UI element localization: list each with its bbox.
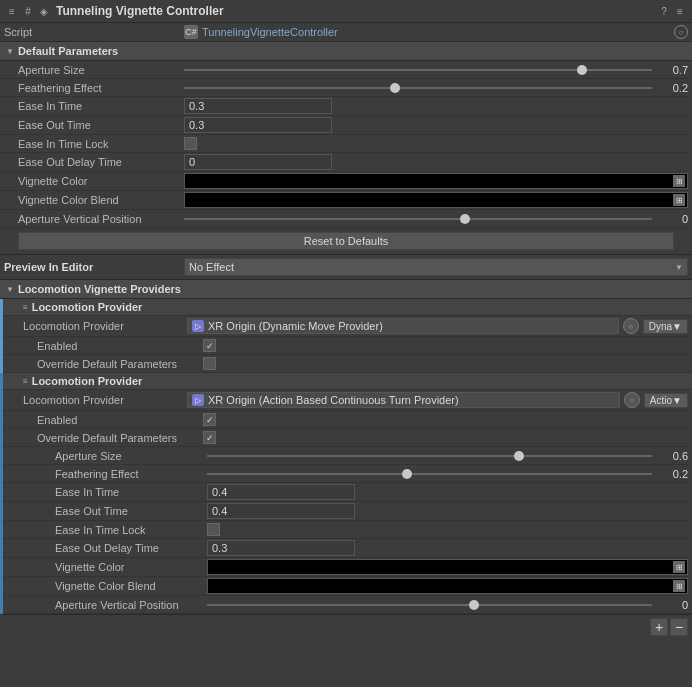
p2-aperture-size-label: Aperture Size [27, 450, 207, 462]
provider-2-override-label: Override Default Parameters [23, 432, 203, 444]
locomotion-provider-2: ≡ Locomotion Provider Locomotion Provide… [0, 373, 692, 614]
p2-ease-in-input[interactable] [207, 484, 355, 500]
default-parameters-header[interactable]: ▼ Default Parameters [0, 42, 692, 61]
p2-vignette-color-label: Vignette Color [27, 561, 207, 573]
p2-ease-in-lock-row: Ease In Time Lock [3, 521, 692, 539]
p2-vignette-color-icon[interactable]: ⊞ [673, 561, 685, 573]
help-icon[interactable]: ? [658, 5, 670, 17]
vignette-color-picker-icon[interactable]: ⊞ [673, 175, 685, 187]
reset-to-defaults-button[interactable]: Reset to Defaults [18, 232, 675, 250]
p2-ease-out-input[interactable] [207, 503, 355, 519]
p2-vignette-color-field[interactable]: ⊞ [207, 559, 688, 575]
window: ≡ # ◈ Tunneling Vignette Controller ? ≡ … [0, 0, 692, 639]
preview-dropdown[interactable]: No Effect ▼ [184, 258, 688, 276]
provider-2-override-value [203, 431, 688, 444]
feathering-effect-track[interactable] [184, 87, 652, 89]
p2-vignette-color-value: ⊞ [207, 559, 688, 575]
provider-1-type-btn[interactable]: Dyna▼ [643, 319, 688, 334]
vignette-color-blend-value: ⊞ [184, 192, 688, 208]
aperture-vert-pos-track[interactable] [184, 218, 652, 220]
locomotion-provider-2-header[interactable]: ≡ Locomotion Provider [3, 373, 692, 390]
provider-2-override-checkbox[interactable] [203, 431, 216, 444]
provider-1-object-field[interactable]: ▷ XR Origin (Dynamic Move Provider) [187, 318, 619, 334]
p2-vignette-color-blend-value: ⊞ [207, 578, 688, 594]
ease-out-delay-time-row: Ease Out Delay Time [0, 153, 692, 172]
provider-2-circle-btn[interactable]: ○ [624, 392, 640, 408]
add-provider-button[interactable]: + [650, 618, 668, 636]
ease-in-time-input[interactable] [184, 98, 332, 114]
vignette-color-field[interactable]: ⊞ [184, 173, 688, 189]
feathering-effect-row: Feathering Effect 0.2 [0, 79, 692, 97]
script-circle-btn[interactable]: ○ [674, 25, 688, 39]
p2-ease-out-delay-row: Ease Out Delay Time [3, 539, 692, 558]
reset-btn-row: Reset to Defaults [0, 228, 692, 255]
p2-ease-in-row: Ease In Time [3, 483, 692, 502]
p2-vignette-color-row: Vignette Color ⊞ [3, 558, 692, 577]
script-label: Script [4, 26, 184, 38]
aperture-vert-pos-thumb[interactable] [460, 214, 470, 224]
provider-1-override-checkbox[interactable] [203, 357, 216, 370]
provider-1-enabled-checkbox[interactable] [203, 339, 216, 352]
preview-row: Preview In Editor No Effect ▼ [0, 255, 692, 280]
remove-provider-button[interactable]: − [670, 618, 688, 636]
provider-2-enabled-checkbox[interactable] [203, 413, 216, 426]
locomotion-provider-1-header[interactable]: ≡ Locomotion Provider [3, 299, 692, 316]
provider-1-override-value [203, 357, 688, 370]
ease-in-time-lock-row: Ease In Time Lock [0, 135, 692, 153]
title-bar-actions: ? ≡ [658, 5, 686, 17]
aperture-size-track[interactable] [184, 69, 652, 71]
feathering-effect-thumb[interactable] [390, 83, 400, 93]
vignette-color-blend-field[interactable]: ⊞ [184, 192, 688, 208]
p2-feathering-track[interactable] [207, 473, 652, 475]
vignette-color-blend-row: Vignette Color Blend ⊞ [0, 191, 692, 210]
title-bar: ≡ # ◈ Tunneling Vignette Controller ? ≡ [0, 0, 692, 23]
p2-vignette-color-blend-field[interactable]: ⊞ [207, 578, 688, 594]
provider-2-object-field[interactable]: ▷ XR Origin (Action Based Continuous Tur… [187, 392, 620, 408]
p2-aperture-vert-thumb[interactable] [469, 600, 479, 610]
script-file-name[interactable]: TunnelingVignetteController [202, 26, 338, 38]
p2-aperture-vert-row: Aperture Vertical Position 0 [3, 596, 692, 614]
ease-in-time-value [184, 98, 688, 114]
aperture-size-number: 0.7 [656, 64, 688, 76]
provider-2-object-name: XR Origin (Action Based Continuous Turn … [208, 394, 459, 406]
locomotion-collapse-triangle: ▼ [6, 285, 14, 294]
p2-aperture-size-track[interactable] [207, 455, 652, 457]
provider-1-circle-btn[interactable]: ○ [623, 318, 639, 334]
aperture-vert-pos-number: 0 [656, 213, 688, 225]
feathering-effect-label: Feathering Effect [4, 82, 184, 94]
locomotion-section-label: Locomotion Vignette Providers [18, 283, 181, 295]
provider-2-object-icon: ▷ [192, 394, 204, 406]
window-title: Tunneling Vignette Controller [56, 4, 652, 18]
p2-ease-in-lock-label: Ease In Time Lock [27, 524, 207, 536]
locomotion-section-header[interactable]: ▼ Locomotion Vignette Providers [0, 280, 692, 299]
p2-aperture-vert-label: Aperture Vertical Position [27, 599, 207, 611]
ease-in-time-label: Ease In Time [4, 100, 184, 112]
vignette-color-label: Vignette Color [4, 175, 184, 187]
aperture-size-value: 0.7 [184, 64, 688, 76]
ease-out-delay-time-label: Ease Out Delay Time [4, 156, 184, 168]
layout-icon[interactable]: ≡ [674, 5, 686, 17]
ease-out-time-input[interactable] [184, 117, 332, 133]
provider-1-override-row: Override Default Parameters [3, 355, 692, 373]
provider-1-object-name: XR Origin (Dynamic Move Provider) [208, 320, 383, 332]
vignette-color-value: ⊞ [184, 173, 688, 189]
ease-in-time-lock-checkbox[interactable] [184, 137, 197, 150]
provider-1-triangle: ≡ [23, 303, 28, 312]
p2-aperture-size-thumb[interactable] [514, 451, 524, 461]
p2-ease-out-delay-value [207, 540, 688, 556]
vignette-color-blend-picker-icon[interactable]: ⊞ [673, 194, 685, 206]
p2-ease-out-delay-input[interactable] [207, 540, 355, 556]
aperture-size-thumb[interactable] [577, 65, 587, 75]
p2-vignette-color-blend-icon[interactable]: ⊞ [673, 580, 685, 592]
ease-out-delay-time-input[interactable] [184, 154, 332, 170]
p2-ease-in-value [207, 484, 688, 500]
p2-aperture-vert-track[interactable] [207, 604, 652, 606]
default-parameters-label: Default Parameters [18, 45, 118, 57]
p2-vignette-color-blend-label: Vignette Color Blend [27, 580, 207, 592]
feathering-effect-value: 0.2 [184, 82, 688, 94]
p2-aperture-size-value: 0.6 [207, 450, 688, 462]
p2-ease-in-label: Ease In Time [27, 486, 207, 498]
provider-2-type-btn[interactable]: Actio▼ [644, 393, 688, 408]
p2-feathering-thumb[interactable] [402, 469, 412, 479]
p2-ease-in-lock-checkbox[interactable] [207, 523, 220, 536]
